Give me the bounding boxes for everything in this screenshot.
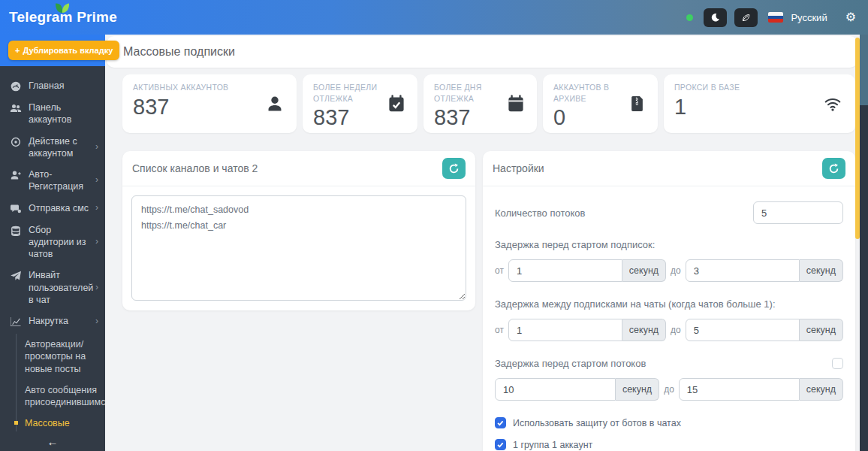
chevron-right-icon: › xyxy=(95,316,98,328)
chevron-right-icon: › xyxy=(95,236,98,248)
audience-database-icon xyxy=(10,225,22,237)
checkbox-label: 1 группа 1 аккаунт xyxy=(513,440,592,450)
calendar-check-icon xyxy=(387,95,405,113)
sidebar-item-account-action[interactable]: Действие с аккаунтом › xyxy=(0,131,105,165)
stat-label: АККАУНТОВ В АРХИВЕ xyxy=(553,82,619,104)
channels-panel: Список каналов и чатов 2 https://t.me/ch… xyxy=(122,151,475,310)
calendar-icon xyxy=(507,95,525,113)
to-label: до xyxy=(664,384,674,395)
delay-threads-to-input[interactable] xyxy=(679,378,800,401)
sms-icon xyxy=(10,203,22,215)
app-logo[interactable]: Telegram Prime xyxy=(9,9,117,26)
refresh-settings-button[interactable] xyxy=(822,158,845,179)
to-label: до xyxy=(671,325,681,335)
seconds-unit: секунд xyxy=(800,259,843,282)
page-title: Массовые подписки xyxy=(107,36,857,68)
stat-label: БОЛЕЕ ДНЯ ОТЛЕЖКА xyxy=(434,82,498,104)
account-action-icon xyxy=(10,136,22,148)
delay-subscribe-to-input[interactable] xyxy=(686,259,800,282)
delay-threads-checkbox[interactable] xyxy=(832,358,843,369)
stat-card-week-rest: БОЛЕЕ НЕДЕЛИ ОТЛЕЖКА 837 xyxy=(303,74,417,133)
logo-leaf-icon xyxy=(54,1,71,14)
delay-between-range: от секунд до секунд xyxy=(495,319,843,341)
sidebar-item-accounts-panel[interactable]: Панель аккаунтов xyxy=(0,97,105,131)
delay-subscribe-range: от секунд до секунд xyxy=(495,259,843,282)
chevron-right-icon: › xyxy=(95,174,98,186)
delay-threads-from-input[interactable] xyxy=(495,378,616,401)
sidebar-item-home[interactable]: Главная xyxy=(0,75,105,97)
threads-count-label: Количество потоков xyxy=(495,207,585,219)
settings-panel: Настройки Количество потоков Задержка пе… xyxy=(483,151,855,451)
top-header: Telegram Prime Русский ⚙ xyxy=(0,0,868,35)
online-status-dot xyxy=(686,14,693,21)
sidebar-item-label: Отправка смс xyxy=(29,202,89,214)
stat-value: 837 xyxy=(133,95,286,120)
seconds-unit: секунд xyxy=(800,319,843,341)
boost-chart-icon xyxy=(10,316,22,328)
language-selector[interactable]: Русский xyxy=(791,12,827,23)
stat-label: ПРОКСИ В БАЗЕ xyxy=(674,82,816,93)
sidebar-item-sms[interactable]: Отправка смс › xyxy=(0,198,105,219)
delay-subscribe-from-input[interactable] xyxy=(508,259,622,282)
bot-protection-row: Использовать защиту от ботов в чатах xyxy=(495,417,843,428)
to-label: до xyxy=(671,265,681,276)
one-group-one-account-checkbox[interactable] xyxy=(495,439,506,450)
duplicate-tab-button[interactable]: +Дублировать вкладку xyxy=(8,41,119,60)
moon-icon xyxy=(710,13,720,23)
sidebar: +Дублировать вкладку Главная Панель акка… xyxy=(0,35,105,451)
one-group-one-account-row: 1 группа 1 аккаунт xyxy=(495,439,843,450)
delay-between-to-input[interactable] xyxy=(686,319,800,341)
sidebar-item-label: Инвайт пользователей в чат xyxy=(29,269,93,306)
bot-protection-checkbox[interactable] xyxy=(495,417,506,428)
sidebar-item-label: Сбор аудитории из чатов xyxy=(29,224,92,261)
chevron-right-icon: › xyxy=(95,202,98,214)
seconds-unit: секунд xyxy=(800,378,843,401)
submenu-item-mass-subscriptions[interactable]: Массовые подписки xyxy=(25,413,101,431)
collapse-sidebar-arrow[interactable]: ← xyxy=(0,431,105,451)
dark-mode-button[interactable] xyxy=(704,8,727,27)
chevron-right-icon: › xyxy=(95,282,98,294)
sidebar-menu: Главная Панель аккаунтов Действие с акка… xyxy=(0,66,105,431)
delay-threads-range: секунд до секунд xyxy=(495,378,843,401)
stat-card-day-rest: БОЛЕЕ ДНЯ ОТЛЕЖКА 837 xyxy=(423,74,537,133)
delay-between-from-input[interactable] xyxy=(508,319,622,341)
sidebar-item-auto-registration[interactable]: Авто-Регистрация › xyxy=(0,164,105,198)
sidebar-item-audience-collect[interactable]: Сбор аудитории из чатов › xyxy=(0,219,105,265)
submenu-item-autoreactions[interactable]: Автореакции/ просмотры на новые посты xyxy=(25,334,101,380)
wifi-icon xyxy=(822,95,843,113)
threads-count-input[interactable] xyxy=(753,201,843,224)
submenu-item-auto-messages[interactable]: Авто сообщения присоединившимся xyxy=(25,380,101,413)
russian-flag-icon[interactable] xyxy=(768,12,783,23)
main-content: Массовые подписки АКТИВНЫХ АККАУНТОВ 837… xyxy=(105,35,860,451)
sidebar-top: +Дублировать вкладку xyxy=(0,35,105,66)
checkbox-label: Использовать защиту от ботов в чатах xyxy=(513,418,681,428)
stat-value: 1 xyxy=(674,95,845,120)
plus-icon: + xyxy=(15,46,20,55)
settings-gear-icon[interactable]: ⚙ xyxy=(845,11,856,23)
eco-theme-button[interactable] xyxy=(734,8,758,27)
sidebar-item-label: Главная xyxy=(29,80,65,92)
stat-label: АКТИВНЫХ АККАУНТОВ xyxy=(133,82,258,93)
settings-panel-title: Настройки xyxy=(493,162,544,174)
sidebar-item-invite-users[interactable]: Инвайт пользователей в чат › xyxy=(0,265,105,310)
delay-subscribe-label: Задержка перед стартом подписок: xyxy=(495,239,843,250)
seconds-unit: секунд xyxy=(616,378,659,401)
refresh-icon xyxy=(828,163,839,174)
leaf-icon xyxy=(741,13,751,23)
dashboard-icon xyxy=(10,80,22,92)
stat-label: БОЛЕЕ НЕДЕЛИ ОТЛЕЖКА xyxy=(313,82,378,104)
boost-submenu: Автореакции/ просмотры на новые посты Ав… xyxy=(16,334,105,431)
invite-send-icon xyxy=(10,270,22,282)
chevron-right-icon: › xyxy=(95,141,98,153)
chat-links-textarea[interactable]: https://t.me/chat_sadovod https://t.me/c… xyxy=(131,195,466,301)
scrollbar-track-top xyxy=(860,35,868,105)
stat-card-active-accounts: АКТИВНЫХ АККАУНТОВ 837 xyxy=(122,74,297,133)
sidebar-item-boost[interactable]: Накрутка › xyxy=(0,310,105,332)
person-icon xyxy=(265,94,285,114)
scrollbar-thumb[interactable] xyxy=(855,38,860,239)
refresh-channels-button[interactable] xyxy=(442,158,466,179)
sidebar-item-label: Накрутка xyxy=(29,315,68,327)
auto-registration-icon xyxy=(10,169,22,181)
sidebar-item-label: Авто-Регистрация xyxy=(29,168,92,193)
stat-card-archived: АККАУНТОВ В АРХИВЕ 0 xyxy=(543,74,658,133)
